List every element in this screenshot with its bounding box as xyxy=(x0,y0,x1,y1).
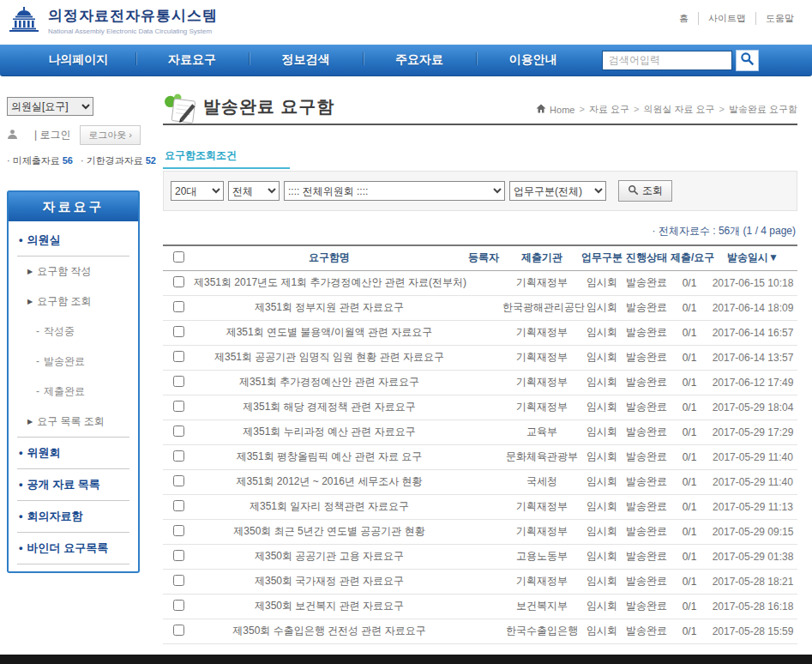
lookup-button[interactable]: 조회 xyxy=(618,180,672,202)
request-title[interactable]: 제351회 누리과정 예산 관련 자료요구 xyxy=(194,420,465,444)
sidebar-menu-item[interactable]: -발송완료 xyxy=(17,347,129,377)
status: 발송완료 xyxy=(623,619,671,643)
utility-link[interactable]: 도움말 xyxy=(755,12,803,25)
utility-link[interactable]: 사이트맵 xyxy=(698,12,755,25)
work-type: 임시회 xyxy=(581,444,623,469)
role-select[interactable]: 의원실[요구] xyxy=(7,97,93,116)
sent-date: 2017-05-29 01:38 xyxy=(708,544,797,569)
row-checkbox-cell xyxy=(163,420,194,444)
request-title[interactable]: 제350회 수출입은행 건전성 관련 자료요구 xyxy=(194,619,465,643)
sidebar-menu-item[interactable]: -작성중 xyxy=(17,317,129,347)
table-row: 제351회 추가경정예산안 관련 자료요구 기획재정부 임시회 발송완료 0/1… xyxy=(163,370,797,395)
request-title[interactable]: 제351회 정부지원 관련 자료요구 xyxy=(194,295,465,320)
total-count: · 전체자료수 : 56개 (1 / 4 page) xyxy=(163,224,796,238)
request-title[interactable]: 제351회 평창올림픽 예산 관련 자료 요구 xyxy=(194,444,465,469)
row-checkbox[interactable] xyxy=(173,575,184,586)
login-link[interactable]: | 로그인 xyxy=(34,128,75,142)
sent-date: 2017-05-29 17:29 xyxy=(708,420,797,444)
menu-bullet-icon: ▶ xyxy=(27,298,33,305)
committee-select[interactable]: :::: 전체위원회 :::: xyxy=(284,181,505,201)
registrant xyxy=(465,345,502,370)
request-title[interactable]: 제350회 국가재정 관련 자료요구 xyxy=(194,569,465,594)
row-checkbox[interactable] xyxy=(173,376,184,387)
table-row: 제351회 정부지원 관련 자료요구 한국광해관리공단 임시회 발송완료 0/1… xyxy=(163,295,797,320)
main-nav: 나의페이지 자료요구 정보검색 주요자료 이용안내 xyxy=(0,45,812,76)
request-title[interactable]: 제351회 연도별 불용액/이월액 관련 자료요구 xyxy=(194,320,465,345)
utility-link[interactable]: 홈 xyxy=(670,12,698,25)
agency: 한국수출입은행 xyxy=(502,619,581,643)
utility-links: 홈 사이트맵 도움말 xyxy=(670,12,803,25)
request-title[interactable]: 제351회 공공기관 임명직 임원 현황 관련 자료요구 xyxy=(194,345,465,370)
sent-date: 2017-06-12 17:49 xyxy=(708,370,797,395)
request-title[interactable]: 제351회 2017년도 제1회 추가경정예산안 관련 자료(전부처) xyxy=(194,270,465,295)
worktype-select[interactable]: 업무구분(전체) xyxy=(509,181,606,201)
column-header: 제출/요구 xyxy=(671,245,708,270)
row-checkbox[interactable] xyxy=(173,426,184,437)
sidebar-menu-item[interactable]: ▶요구 목록 조회 xyxy=(17,407,129,437)
row-checkbox[interactable] xyxy=(173,625,184,636)
term-select[interactable]: 20대 xyxy=(171,181,224,201)
request-title[interactable]: 제351회 추가경정예산안 관련 자료요구 xyxy=(194,370,465,395)
request-title[interactable]: 제351회 해당 경제정책 관련 자료요구 xyxy=(194,395,465,420)
row-checkbox[interactable] xyxy=(173,301,184,312)
row-checkbox[interactable] xyxy=(173,401,184,412)
sidebar-menu-item[interactable]: ▶요구함 작성 xyxy=(17,257,129,287)
table-header-row: 요구함명 등록자 제출기관 업무구분 진행상태 제출/요구 발송일시▼ xyxy=(163,245,797,270)
sidebar-menu-item[interactable]: •의원실 xyxy=(17,225,129,257)
sidebar-menu-title: 자료요구 xyxy=(9,192,138,221)
request-title[interactable]: 제350회 보건복지 관련 자료요구 xyxy=(194,594,465,619)
work-type: 임시회 xyxy=(581,395,623,420)
row-checkbox[interactable] xyxy=(173,326,184,337)
request-title[interactable]: 제350회 최근 5년간 연도별 공공기관 현황 xyxy=(194,519,465,544)
sent-date: 2017-06-14 13:57 xyxy=(708,345,797,370)
column-header: 제출기관 xyxy=(502,245,581,270)
work-type: 임시회 xyxy=(581,569,623,594)
nav-item[interactable]: 이용안내 xyxy=(476,52,590,68)
breadcrumb-item[interactable]: 의원실 자료 요구 xyxy=(629,103,715,116)
breadcrumb-item[interactable]: 발송완료 요구함 xyxy=(715,103,798,116)
row-checkbox[interactable] xyxy=(173,600,184,611)
status: 발송완료 xyxy=(623,519,671,544)
sidebar-menu-item[interactable]: •바인더 요구목록 xyxy=(17,533,129,564)
logo[interactable]: 의정자료전자유통시스템 National Assembly Electronic… xyxy=(7,6,218,35)
row-checkbox[interactable] xyxy=(173,351,184,362)
sent-date: 2017-05-29 11:40 xyxy=(708,444,797,469)
row-checkbox[interactable] xyxy=(173,450,184,462)
status: 발송완료 xyxy=(623,295,671,320)
nav-search xyxy=(602,50,759,71)
row-checkbox[interactable] xyxy=(173,500,184,511)
status: 발송완료 xyxy=(623,420,671,444)
sidebar-menu-item[interactable]: •공개 자료 목록 xyxy=(17,469,129,501)
search-button[interactable] xyxy=(736,50,759,71)
stat-value: 56 xyxy=(63,155,73,166)
row-checkbox[interactable] xyxy=(173,276,184,287)
app-subtitle: National Assembly Electronic Data Circul… xyxy=(48,27,218,35)
row-checkbox[interactable] xyxy=(173,475,184,486)
sidebar-menu-item[interactable]: •회의자료함 xyxy=(17,501,129,533)
row-checkbox[interactable] xyxy=(173,525,184,536)
request-title[interactable]: 제351회 일자리 정책관련 자료요구 xyxy=(194,494,465,519)
select-all-checkbox[interactable] xyxy=(173,251,184,263)
request-title[interactable]: 제350회 공공기관 고용 자료요구 xyxy=(194,544,465,569)
nav-item[interactable]: 주요자료 xyxy=(363,52,477,68)
nav-item[interactable]: 자료요구 xyxy=(135,52,250,68)
session-select[interactable]: 전체 xyxy=(228,181,280,201)
row-checkbox-cell xyxy=(163,370,194,395)
request-title[interactable]: 제351회 2012년 ~ 2016년 세무조사 현황 xyxy=(194,469,465,494)
nav-item[interactable]: 정보검색 xyxy=(249,52,363,68)
agency: 보건복지부 xyxy=(502,594,581,619)
breadcrumb-item[interactable]: 자료 요구 xyxy=(574,103,629,116)
sidebar-menu-item[interactable]: -제출완료 xyxy=(17,377,129,407)
row-checkbox[interactable] xyxy=(173,550,184,561)
nav-item[interactable]: 나의페이지 xyxy=(21,52,135,68)
submit-ratio: 0/1 xyxy=(671,594,708,619)
logout-button[interactable]: 로그아웃 › xyxy=(80,125,141,145)
status: 발송완료 xyxy=(623,395,671,420)
sidebar-menu-item[interactable]: ▶요구함 조회 xyxy=(17,287,129,317)
sidebar-menu-item[interactable]: •위원회 xyxy=(17,437,129,469)
agency: 교육부 xyxy=(502,420,581,444)
menu-bullet-icon: - xyxy=(36,355,39,367)
breadcrumb-item[interactable]: Home xyxy=(550,105,574,115)
work-type: 임시회 xyxy=(581,295,623,320)
search-input[interactable] xyxy=(602,51,732,70)
